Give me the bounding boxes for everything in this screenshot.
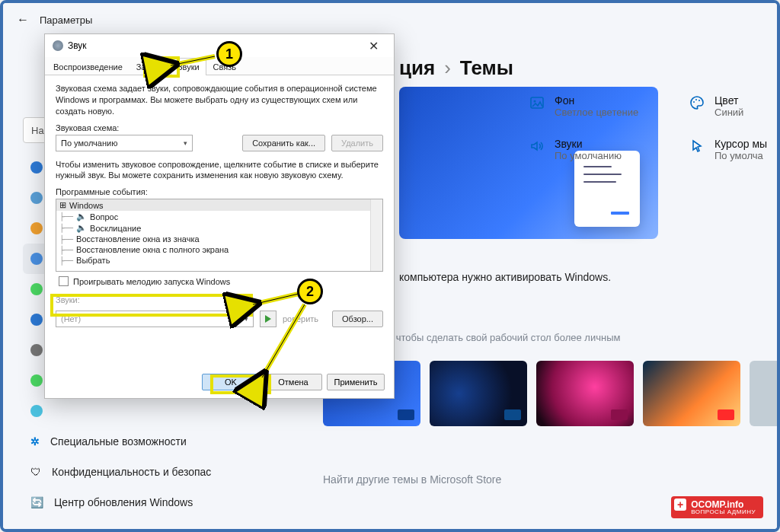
dialog-title: Звук: [68, 40, 87, 51]
test-sound-button[interactable]: [260, 311, 277, 327]
attr-sound[interactable]: ЗвукиПо умолчанию: [529, 138, 689, 161]
scheme-combobox[interactable]: По умолчанию▾: [56, 135, 193, 151]
nav-icon: [30, 283, 43, 295]
nav-icon: [30, 344, 43, 356]
sound-event-icon: 🔈: [76, 212, 87, 221]
activation-notice: компьютера нужно активировать Windows.: [399, 271, 611, 283]
delete-button: Удалить: [331, 135, 383, 151]
ok-button[interactable]: OK: [202, 374, 260, 390]
back-icon[interactable]: ←: [17, 13, 29, 27]
startup-sound-checkbox[interactable]: [59, 276, 69, 286]
list-item: ├──🔈Восклицание: [56, 222, 382, 234]
svg-point-2: [693, 101, 695, 103]
theme-thumb-5[interactable]: [750, 361, 780, 426]
tab-sounds[interactable]: Звуки: [171, 58, 206, 75]
theme-thumb-3[interactable]: [536, 361, 634, 426]
nav-accessibility[interactable]: ✲Специальные возможности: [23, 426, 244, 457]
apply-button[interactable]: Применить: [327, 374, 385, 390]
palette-icon: [689, 94, 705, 111]
nav-icon: [30, 192, 43, 204]
list-item: ├──🔈Вопрос: [56, 211, 382, 222]
nav-update[interactable]: 🔄Центр обновления Windows: [23, 487, 244, 518]
svg-point-1: [534, 100, 536, 103]
nav-icon: [30, 374, 43, 387]
list-item: ├──Выбрать: [56, 255, 382, 266]
accessibility-icon: ✲: [30, 435, 40, 448]
windows-icon: ⊞: [59, 200, 66, 210]
annotation-badge-2: 2: [297, 279, 323, 304]
tab-recording[interactable]: Запись: [129, 58, 171, 75]
watermark: + OCOMP.info ВОПРОСЫ АДМИНУ: [671, 496, 763, 518]
theme-attributes: ФонСветлое цветение ЦветСиний ЗвукиПо ум…: [529, 94, 780, 161]
cursor-icon: [689, 138, 705, 155]
theme-thumb-2[interactable]: [430, 361, 527, 426]
svg-point-4: [698, 100, 700, 101]
svg-point-3: [695, 99, 697, 100]
preview-window-icon: [574, 151, 640, 227]
tab-playback[interactable]: Воспроизведение: [46, 58, 129, 75]
breadcrumb: ция › Темы: [399, 56, 513, 80]
dialog-footer: OK Отмена Применить: [202, 374, 385, 390]
sound-event-icon: 🔈: [76, 223, 87, 233]
list-item: ├──Восстановление окна из значка: [56, 234, 382, 244]
chevron-down-icon: ▾: [184, 139, 187, 147]
events-help: Чтобы изменить звуковое сопровождение, щ…: [56, 159, 383, 182]
nav-icon: [30, 222, 43, 234]
startup-sound-row[interactable]: Проигрывать мелодию запуска Windows: [56, 272, 383, 291]
sound-app-icon: [53, 40, 63, 51]
store-link[interactable]: Найти другие темы в Microsoft Store: [323, 473, 501, 486]
test-label: роверить: [283, 314, 318, 323]
plus-icon: +: [674, 499, 686, 511]
nav-privacy[interactable]: 🛡Конфиденциальность и безопас: [23, 457, 244, 487]
attr-color[interactable]: ЦветСиний: [689, 94, 780, 118]
nav-icon: [30, 161, 43, 174]
list-item: ⊞Windows: [56, 199, 382, 211]
nav-icon: [30, 314, 43, 326]
chevron-down-icon: ▾: [245, 315, 248, 323]
settings-header: ← Параметры: [3, 3, 777, 37]
browse-button[interactable]: Обзор...: [332, 311, 383, 327]
nav-icon: [30, 405, 43, 417]
scrollbar[interactable]: [370, 199, 382, 271]
events-listbox[interactable]: ⊞Windows ├──🔈Вопрос ├──🔈Восклицание ├──В…: [56, 199, 383, 272]
image-icon: [529, 94, 545, 111]
cancel-button[interactable]: Отмена: [264, 374, 322, 390]
annotation-badge-1: 1: [216, 41, 242, 67]
scheme-label: Звуковая схема:: [56, 123, 383, 132]
breadcrumb-current: Темы: [460, 56, 513, 80]
chevron-right-icon: ›: [444, 56, 451, 80]
sound-dialog: Звук ✕ Воспроизведение Запись Звуки Связ…: [44, 33, 395, 399]
app-title: Параметры: [40, 14, 92, 26]
theme-thumb-4[interactable]: [643, 361, 740, 426]
attr-background[interactable]: ФонСветлое цветение: [529, 94, 689, 118]
save-as-button[interactable]: Сохранить как...: [242, 135, 325, 151]
sound-file-combobox: (Нет)▾: [56, 311, 254, 327]
breadcrumb-prev[interactable]: ция: [399, 56, 435, 80]
shield-icon: 🛡: [30, 466, 41, 478]
startup-sound-label: Проигрывать мелодию запуска Windows: [73, 277, 230, 286]
nav-item[interactable]: [23, 396, 244, 426]
events-label: Программные события:: [56, 187, 383, 196]
attr-cursor[interactable]: Курсор мыПо умолча: [689, 138, 780, 161]
nav-icon: [30, 253, 43, 265]
speaker-icon: [529, 138, 545, 155]
list-item: ├──Восстановление окна с полного экрана: [56, 244, 382, 255]
close-icon[interactable]: ✕: [361, 37, 386, 55]
sounds-label: Звуки:: [56, 295, 383, 304]
play-icon: [265, 315, 271, 323]
update-icon: 🔄: [30, 496, 43, 508]
scheme-description: Звуковая схема задает звуки, сопровождаю…: [56, 83, 383, 117]
